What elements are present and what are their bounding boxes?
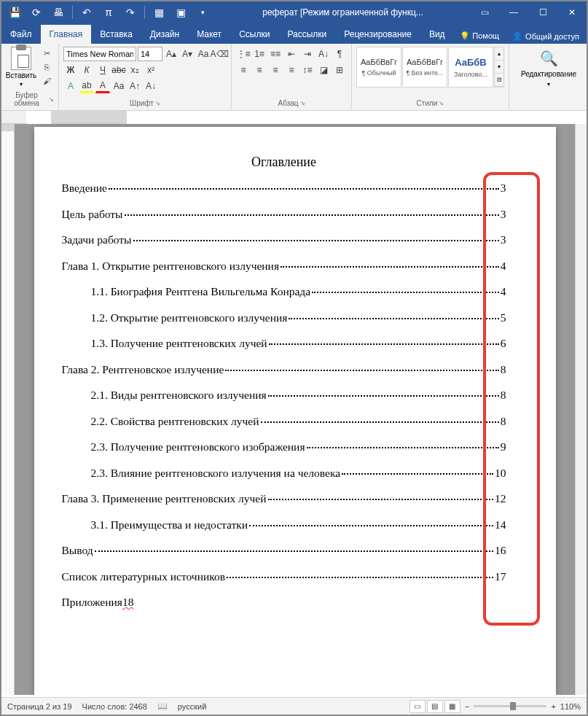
cut-button[interactable]: ✂	[39, 47, 54, 60]
document-page[interactable]: Оглавление Введение 3Цель работы 3Задачи…	[34, 127, 556, 695]
increase-indent-button[interactable]: ⇥	[300, 47, 315, 61]
share-button[interactable]: 👤 Общий доступ	[505, 28, 587, 44]
toc-entry[interactable]: Список литературных источников 17	[62, 570, 506, 583]
toc-entry[interactable]: 1.1. Биография Рентгена Вильгельма Конра…	[62, 285, 506, 298]
undo-button[interactable]: ↶	[77, 2, 97, 23]
superscript-button[interactable]: x²	[144, 63, 158, 77]
web-layout-button[interactable]: ▦	[444, 700, 460, 713]
print-layout-button[interactable]: ▤	[427, 700, 443, 713]
spell-check-icon[interactable]: 📖	[157, 701, 168, 711]
text-effects-button[interactable]: A	[63, 79, 78, 93]
align-left-button[interactable]: ≡	[236, 63, 251, 77]
bullets-button[interactable]: ⋮≡	[236, 47, 251, 61]
table-button[interactable]: ▦	[149, 2, 169, 23]
underline-button[interactable]: Ч	[95, 63, 110, 77]
toc-entry[interactable]: 3.1. Преимущества и недостатки 14	[62, 518, 506, 532]
toc-entry[interactable]: 1.3. Получение рентгеновских лучей 6	[62, 337, 506, 350]
change-case-button[interactable]: Aa	[196, 47, 211, 61]
toc-entry[interactable]: Глава 2. Рентгеновское излучение 8	[62, 363, 506, 376]
style-normal[interactable]: АаБбВвГг¶ Обычный	[356, 47, 401, 87]
toc-entry[interactable]: 2.3. Получение рентгеновского изображени…	[62, 440, 506, 454]
maximize-button[interactable]: ☐	[528, 1, 557, 23]
toc-entry[interactable]: 1.2. Открытие рентгеновского излучения 5	[62, 311, 506, 324]
save-button[interactable]: 💾	[4, 2, 25, 23]
page-indicator[interactable]: Страница 2 из 19	[7, 702, 72, 711]
style-heading1[interactable]: АаБбВЗаголово...	[448, 47, 493, 87]
paste-button[interactable]: Вставить ▾	[6, 45, 36, 87]
tab-mailings[interactable]: Рассылки	[278, 25, 335, 44]
highlight-button[interactable]: ab	[79, 79, 94, 93]
borders-button[interactable]: ⊞	[332, 63, 347, 77]
show-marks-button[interactable]: ¶	[332, 47, 347, 61]
toc-entry[interactable]: 2.1. Виды рентгеновского излучения 8	[62, 389, 506, 402]
font-size-select[interactable]	[138, 47, 162, 61]
align-right-button[interactable]: ≡	[268, 63, 283, 77]
document-canvas[interactable]: Оглавление Введение 3Цель работы 3Задачи…	[15, 124, 575, 695]
tab-home[interactable]: Главная	[41, 25, 92, 44]
toc-entry[interactable]: Глава 3. Применение рентгеновских лучей …	[62, 492, 506, 505]
bold-button[interactable]: Ж	[63, 63, 78, 77]
redo-button[interactable]: ↷	[120, 2, 141, 23]
italic-button[interactable]: К	[79, 63, 94, 77]
toc-entry[interactable]: Введение 3	[62, 182, 506, 195]
shading-button[interactable]: ◪	[316, 63, 331, 77]
styles-more[interactable]: ▴▾⊟	[494, 47, 504, 87]
toc-entry[interactable]: Глава 1. Открытие рентгеновского излучен…	[62, 260, 506, 273]
word-count[interactable]: Число слов: 2468	[82, 702, 147, 711]
toc-entry[interactable]: 2.3. Влияние рентгеновского излучения на…	[62, 467, 506, 480]
zoom-out-button[interactable]: −	[465, 702, 469, 711]
char-scale-button[interactable]: Aa	[111, 79, 126, 93]
shrink-button[interactable]: A↓	[144, 79, 158, 93]
copy-button[interactable]: ⎘	[39, 61, 54, 74]
style-no-spacing[interactable]: АаБбВвГг¶ Без инте...	[402, 47, 447, 87]
align-center-button[interactable]: ≡	[252, 63, 267, 77]
shrink-font-button[interactable]: A▾	[180, 47, 195, 61]
justify-button[interactable]: ≡	[284, 63, 299, 77]
read-mode-button[interactable]: ▭	[409, 700, 426, 713]
zoom-level[interactable]: 110%	[560, 702, 581, 711]
line-spacing-button[interactable]: ↕≡	[300, 63, 315, 77]
tab-file[interactable]: Файл	[1, 25, 41, 44]
styles-launcher[interactable]: ↘	[439, 100, 444, 106]
tab-references[interactable]: Ссылки	[230, 25, 278, 44]
clipboard-launcher[interactable]: ↘	[49, 96, 54, 103]
vertical-ruler[interactable]	[1, 124, 15, 695]
sort-button[interactable]: A↓	[316, 47, 331, 61]
toc-entry-last[interactable]: Приложения18	[62, 596, 506, 609]
horizontal-ruler[interactable]	[51, 111, 127, 124]
zoom-slider[interactable]	[474, 705, 546, 707]
tab-insert[interactable]: Вставка	[91, 25, 141, 44]
grow-font-button[interactable]: A▴	[164, 47, 179, 61]
tab-design[interactable]: Дизайн	[141, 25, 188, 44]
subscript-button[interactable]: x₂	[128, 63, 142, 77]
strikethrough-button[interactable]: abc	[111, 63, 126, 77]
minimize-button[interactable]: —	[499, 1, 528, 23]
format-painter-button[interactable]: 🖌	[39, 74, 54, 87]
tab-layout[interactable]: Макет	[188, 25, 230, 44]
sync-button[interactable]: ⟳	[26, 2, 47, 23]
equation-button[interactable]: π	[98, 2, 119, 23]
toc-entry[interactable]: Цель работы 3	[62, 208, 506, 221]
ribbon-display-button[interactable]: ▭	[470, 1, 499, 23]
zoom-in-button[interactable]: +	[551, 702, 555, 711]
font-color-button[interactable]: A	[95, 79, 110, 93]
print-button[interactable]: 🖶	[48, 2, 68, 23]
vertical-scrollbar[interactable]	[575, 124, 587, 695]
toc-entry[interactable]: 2.2. Свойства рентгеновских лучей 8	[62, 415, 506, 428]
tab-view[interactable]: Вид	[420, 25, 454, 44]
picture-button[interactable]: ▣	[170, 2, 191, 23]
decrease-indent-button[interactable]: ⇤	[284, 47, 299, 61]
editing-button[interactable]: 🔍 Редактирование ▾	[514, 45, 584, 87]
enlarge-button[interactable]: A↑	[128, 79, 142, 93]
para-launcher[interactable]: ↘	[300, 100, 305, 106]
toc-entry[interactable]: Задачи работы 3	[62, 233, 506, 246]
tab-review[interactable]: Рецензирование	[335, 25, 420, 44]
tell-me[interactable]: 💡 Помощ	[454, 28, 505, 44]
clear-format-button[interactable]: A⌫	[212, 47, 227, 61]
language-indicator[interactable]: русский	[178, 702, 206, 711]
font-launcher[interactable]: ↘	[155, 100, 160, 106]
qat-dropdown[interactable]: ▾	[192, 2, 213, 23]
multilevel-button[interactable]: ≡≡	[268, 47, 283, 61]
close-button[interactable]: ✕	[557, 1, 587, 23]
numbering-button[interactable]: 1≡	[252, 47, 267, 61]
